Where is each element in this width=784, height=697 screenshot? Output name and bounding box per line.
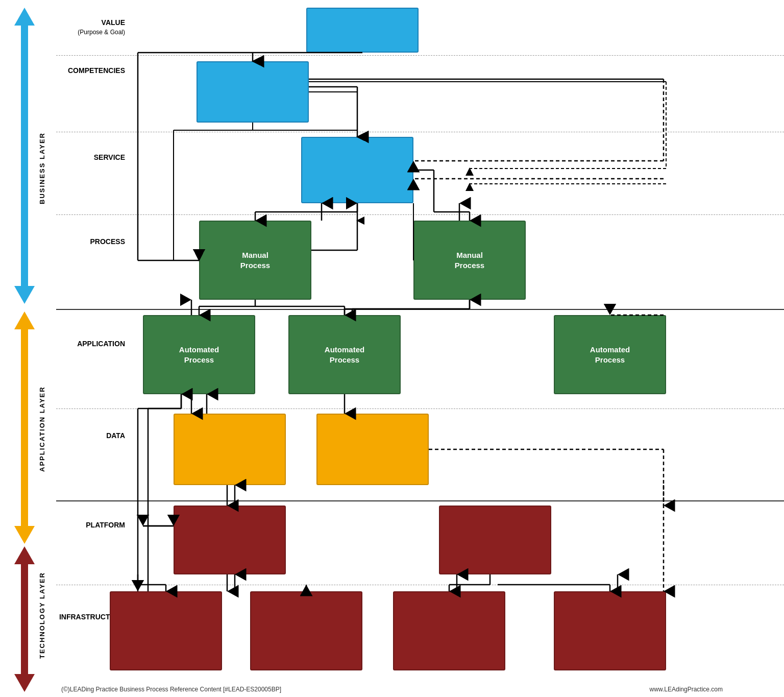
application-row-label: APPLICATION [59,340,125,348]
application-layer-label: APPLICATION LAYER [38,322,46,536]
platform-label: PLATFORM [59,521,125,529]
platform-box-2 [439,506,551,574]
auto-process-3: AutomatedProcess [554,315,666,394]
footer: (©)LEADing Practice Business Process Ref… [0,686,784,693]
competencies-box [197,61,309,123]
divider-4 [56,309,784,310]
auto-process-2: AutomatedProcess [288,315,401,394]
platform-box-1 [174,506,286,574]
manual-process-1: ManualProcess [199,221,311,300]
divider-2 [56,132,784,132]
svg-marker-5 [14,526,35,544]
technology-layer-label: TECHNOLOGY LAYER [38,549,46,682]
manual-process-2: ManualProcess [413,221,526,300]
footer-left: (©)LEADing Practice Business Process Ref… [61,686,281,693]
infra-box-3 [393,591,505,670]
business-layer-label: BUSINESS LAYER [38,31,46,306]
data-label: DATA [59,431,125,440]
value-box [306,8,419,53]
service-label: SERVICE [59,153,125,161]
svg-marker-4 [14,311,35,329]
value-label: VALUE(Purpose & Goal) [59,18,125,37]
diagram-container: BUSINESS LAYER APPLICATION LAYER TECHNOL… [0,0,784,697]
svg-marker-2 [14,286,35,304]
infra-box-4 [554,591,666,670]
infra-box-1 [110,591,222,670]
competencies-label: COMPETENCIES [59,66,125,75]
footer-right: www.LEAdingPractice.com [650,686,723,693]
data-box-2 [316,414,429,485]
auto-process-1: AutomatedProcess [143,315,255,394]
process-label: PROCESS [59,237,125,246]
data-box-1 [174,414,286,485]
svg-marker-1 [14,8,35,26]
svg-marker-7 [14,546,35,564]
divider-6 [56,500,784,501]
left-arrows-svg [0,0,56,697]
service-box [301,137,413,203]
divider-1 [56,55,784,56]
infra-box-2 [250,591,362,670]
divider-5 [56,408,784,409]
divider-3 [56,214,784,215]
divider-7 [56,585,784,585]
